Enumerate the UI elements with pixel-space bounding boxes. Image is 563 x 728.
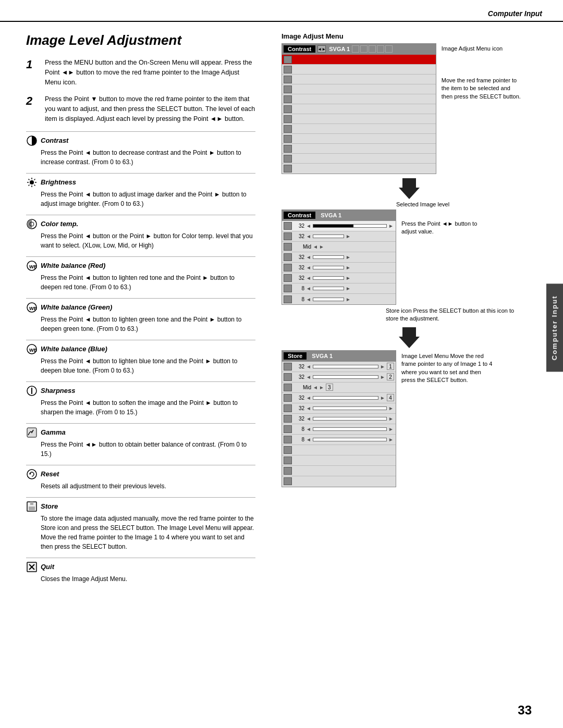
step-2-number: 2: [26, 94, 41, 108]
wb-blue-icon: WB: [26, 343, 38, 355]
reset-title: Reset: [41, 470, 59, 478]
wb-red-icon: WB: [26, 260, 38, 272]
quit-icon: [26, 561, 38, 573]
menu-icon-1: ◄►: [317, 45, 326, 53]
right-column: Image Adjust Menu Contrast ◄► SVGA 1: [271, 22, 527, 600]
image-adjust-menu-panel-2: Contrast SVGA 1 32 ◄ ►: [282, 209, 396, 305]
wb-green-icon: WB: [26, 302, 38, 313]
menu-row-10a: [282, 144, 436, 154]
step-2-text: Press the Point ▼ button to move the red…: [45, 94, 255, 124]
menu-bar-contrast-label: Contrast: [284, 45, 315, 53]
menu-row-8a: [282, 124, 436, 134]
color-temp-icon: [26, 218, 38, 230]
section-brightness: Brightness Press the Point ◄ button to a…: [26, 177, 255, 208]
gamma-body: Press the Point ◄► button to obtain bett…: [41, 440, 255, 459]
annotation-1-text: Image Adjust Menu icon: [442, 45, 521, 52]
svg-point-21: [27, 470, 36, 479]
image-adjust-menu-panel: Contrast ◄► SVGA 1: [282, 43, 436, 174]
menu-bar-svga: SVGA 1: [329, 46, 350, 52]
menu2-bar-label: Contrast: [284, 212, 315, 219]
section-quit: Quit Closes the Image Adjust Menu.: [26, 561, 255, 584]
section-wb-blue: WB White balance (Blue) Press the Point …: [26, 343, 255, 375]
gamma-icon: [26, 427, 38, 438]
page-number: 33: [518, 703, 532, 718]
annotation-6-text: Image Level Menu Move the red frame poin…: [401, 352, 495, 385]
svg-rect-24: [29, 507, 35, 510]
svg-line-8: [34, 179, 35, 180]
menu-icon-2: [352, 45, 359, 53]
menu-icon-4: [369, 45, 376, 53]
section-reset: Reset Resets all adjustment to their pre…: [26, 468, 255, 491]
svg-rect-25: [30, 502, 33, 505]
svg-text:WB: WB: [29, 348, 37, 353]
section-color-temp: Color temp. Press the Point ◄ button or …: [26, 218, 255, 250]
step-2: 2 Press the Point ▼ button to move the r…: [26, 94, 255, 124]
image-level-menu-panel: Store SVGA 1 32 ◄ ► 1 32: [282, 350, 396, 487]
menu3-bar-label: Store: [284, 352, 307, 360]
wb-green-title: White balance (Green): [41, 303, 112, 311]
brightness-icon: [26, 177, 38, 188]
store-icon: [26, 501, 38, 512]
computer-input-side-tab: Computer Input: [546, 283, 563, 372]
quit-title: Quit: [41, 563, 54, 571]
section-sharpness: Sharpness Press the Point ◄ button to so…: [26, 385, 255, 417]
svg-text:WB: WB: [29, 306, 37, 311]
annotation-4-text: Press the Point ◄► button to adjust valu…: [401, 220, 485, 236]
sharpness-title: Sharpness: [41, 387, 75, 394]
arrow-down-1: [297, 178, 521, 199]
contrast-title: Contrast: [41, 137, 68, 144]
store-title: Store: [41, 502, 58, 510]
menu3-bar-svga: SVGA 1: [312, 353, 333, 359]
wb-red-body: Press the Point ◄ button to lighten red …: [41, 273, 255, 292]
quit-body: Closes the Image Adjust Menu.: [41, 574, 255, 584]
wb-blue-title: White balance (Blue): [41, 345, 107, 353]
wb-red-title: White balance (Red): [41, 262, 105, 269]
gamma-title: Gamma: [41, 428, 66, 436]
store-body: To store the image data adjusted manuall…: [41, 514, 255, 551]
menu-row-5a: [282, 94, 436, 104]
section-gamma: Gamma Press the Point ◄► button to obtai…: [26, 427, 255, 459]
page-header: Computer Input: [0, 0, 563, 22]
wb-green-body: Press the Point ◄ button to lighten gree…: [41, 315, 255, 334]
menu-row-6a: [282, 104, 436, 114]
selected-image-level-label: Selected Image level: [396, 201, 521, 207]
svg-line-7: [34, 184, 35, 186]
page-title: Image Level Adjustment: [26, 32, 255, 48]
section-contrast: Contrast Press the Point ◄ button to dec…: [26, 135, 255, 167]
color-temp-title: Color temp.: [41, 220, 78, 228]
reset-body: Resets all adjustment to their previous …: [41, 482, 255, 491]
step-1-text: Press the MENU button and the On-Screen …: [45, 58, 255, 87]
annotation-5-text: Store icon Press the SELECT button at th…: [386, 307, 521, 323]
menu-row-4a: [282, 84, 436, 94]
sharpness-body: Press the Point ◄ button to soften the i…: [41, 398, 255, 417]
section-wb-red: WB White balance (Red) Press the Point ◄…: [26, 260, 255, 292]
color-temp-body: Press the Point ◄ button or the Point ► …: [41, 231, 255, 250]
svg-text:WB: WB: [29, 264, 37, 269]
menu-row-3a: [282, 75, 436, 84]
annotations-1: Image Adjust Menu icon Move the red fram…: [442, 45, 521, 101]
menu-icon-5: [377, 45, 384, 53]
step-1-number: 1: [26, 58, 41, 71]
svg-line-6: [29, 179, 30, 180]
image-adjust-menu-title: Image Adjust Menu: [282, 32, 521, 40]
wb-blue-body: Press the Point ◄ button to lighten blue…: [41, 356, 255, 375]
brightness-title: Brightness: [41, 178, 76, 186]
left-column: Image Level Adjustment 1 Press the MENU …: [0, 22, 271, 600]
contrast-body: Press the Point ◄ button to decrease con…: [41, 148, 255, 167]
step-1: 1 Press the MENU button and the On-Scree…: [26, 58, 255, 87]
menu2-bar-svga: SVGA 1: [321, 212, 341, 218]
menu-icon-6: [385, 45, 393, 53]
menu-icon-3: [360, 45, 368, 53]
section-wb-green: WB White balance (Green) Press the Point…: [26, 302, 255, 334]
menu-row-9a: [282, 134, 436, 144]
arrow-down-2: [297, 327, 521, 348]
section-store: Store To store the image data adjusted m…: [26, 501, 255, 551]
menu-row-icon-1a: [284, 56, 292, 64]
reset-icon: [26, 468, 38, 480]
annotation-2-text: Move the red frame pointer to the item t…: [442, 77, 521, 101]
menu-row-7a: [282, 114, 436, 124]
contrast-icon: [26, 135, 38, 146]
header-title: Computer Input: [488, 9, 542, 18]
menu-row-12a: [282, 164, 436, 174]
brightness-body: Press the Point ◄ button to adjust image…: [41, 190, 255, 208]
